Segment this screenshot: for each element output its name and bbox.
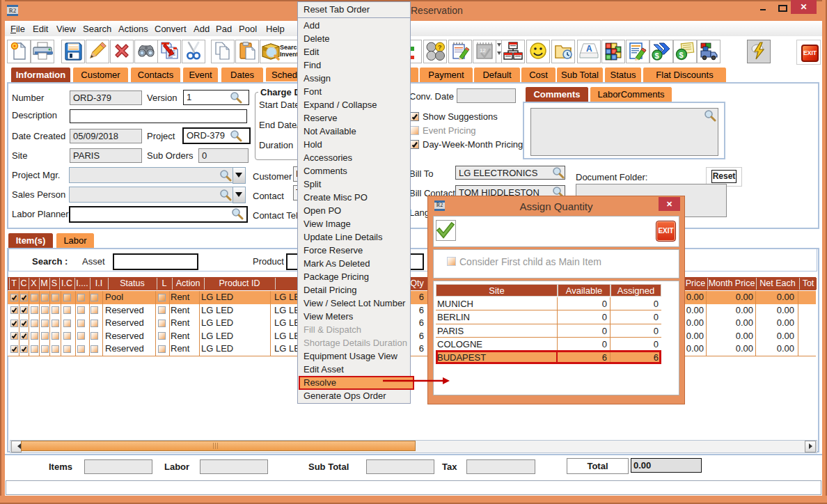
svg-text:A: A: [586, 44, 592, 54]
svg-text:$: $: [655, 52, 659, 60]
svg-text:?: ?: [438, 44, 442, 51]
svg-text:12: 12: [480, 47, 486, 54]
svg-text:$: $: [679, 51, 684, 59]
